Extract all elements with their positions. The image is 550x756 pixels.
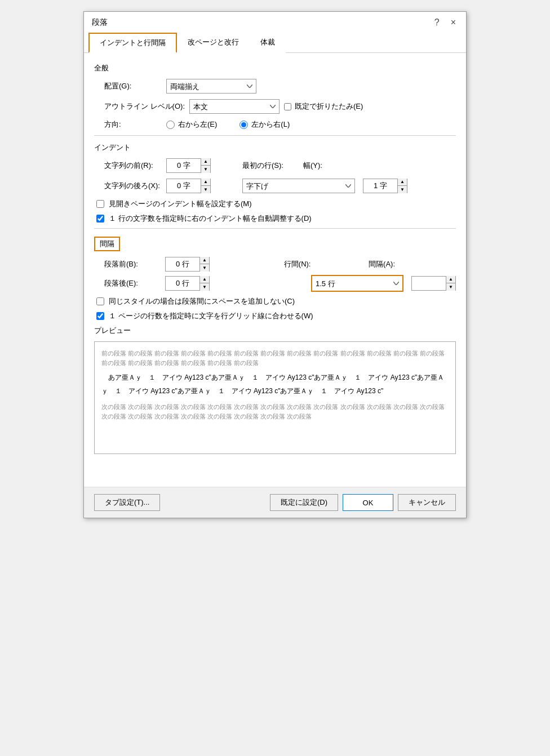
sa2-down[interactable]: ▼: [200, 283, 209, 291]
indent-before-down[interactable]: ▼: [201, 166, 210, 173]
direction-rtl-radio[interactable]: [166, 121, 175, 129]
indent-before-spinner: ▲ ▼: [166, 158, 211, 173]
mirror-indent-checkbox[interactable]: [96, 200, 104, 208]
sa2-up[interactable]: ▲: [200, 276, 209, 283]
tab-typography[interactable]: 体裁: [250, 33, 286, 53]
tab-settings-button[interactable]: タブ設定(T)...: [94, 494, 160, 511]
sb2-down[interactable]: ▼: [200, 264, 209, 272]
spacing-after-input2[interactable]: [166, 277, 199, 290]
int2-up[interactable]: ▲: [446, 276, 455, 283]
indent-section-title: インデント: [94, 143, 456, 153]
spacing-after-spinner2: ▲ ▼: [165, 276, 210, 291]
help-button[interactable]: ?: [431, 16, 443, 29]
footer-right: 既定に設定(D) OK キャンセル: [270, 494, 456, 511]
outline-level-select[interactable]: 本文 レベル1 レベル2: [189, 99, 280, 114]
line-spacing-lbl: 行間(N):: [260, 259, 311, 269]
snap-to-grid-label: １ ページの行数を指定時に文字を行グリッド線に合わせる(W): [109, 311, 313, 321]
int2-down[interactable]: ▼: [446, 283, 455, 291]
auto-adjust-label: １ 行の文字数を指定時に右のインデント幅を自動調整する(D): [109, 214, 312, 224]
interval-lbl: 間隔(A):: [361, 259, 395, 269]
width-spinner-buttons: ▲ ▼: [397, 179, 407, 193]
no-space-same-style-row: 同じスタイルの場合は段落間にスペースを追加しない(C): [94, 296, 456, 306]
dialog-title: 段落: [92, 17, 108, 28]
divider-2: [94, 228, 456, 229]
preview-area: 前の段落 前の段落 前の段落 前の段落 前の段落 前の段落 前の段落 前の段落 …: [94, 341, 456, 454]
spacing-after-label2: 段落後(E):: [104, 278, 161, 288]
line-spacing-select-wrapper2: 1行 1.5 行 2行 最小値 固定値 倍数: [311, 275, 403, 292]
no-space-same-style-label: 同じスタイルの場合は段落間にスペースを追加しない(C): [109, 296, 295, 306]
close-button[interactable]: ×: [447, 16, 459, 29]
sb2-btns: ▲ ▼: [199, 257, 209, 272]
tab-bar: インデントと行間隔 改ページと改行 体裁: [84, 32, 466, 53]
indent-after-spinner-buttons: ▲ ▼: [201, 179, 210, 193]
first-line-label: 最初の行(S):: [242, 161, 299, 171]
title-bar-buttons: ? ×: [431, 16, 459, 29]
direction-ltr-radio[interactable]: [239, 121, 248, 129]
width-label-placeholder: 幅(Y):: [303, 161, 337, 171]
direction-rtl-label: 右から左(E): [178, 119, 217, 130]
alignment-select[interactable]: 両端揃え 左揃え 中央揃え 右揃え: [166, 79, 256, 94]
divider-1: [94, 135, 456, 136]
spacing-row1: 段落前(B): ▲ ▼ 行間(N): 間隔(A):: [94, 257, 456, 272]
direction-rtl-option[interactable]: 右から左(E): [166, 119, 217, 130]
collapsed-checkbox-row: 既定で折りたたみ(E): [284, 101, 363, 112]
no-space-same-style-checkbox[interactable]: [96, 297, 104, 305]
direction-row: 方向: 右から左(E) 左から右(L): [94, 119, 456, 130]
snap-to-grid-row: １ ページの行数を指定時に文字を行グリッド線に合わせる(W): [94, 311, 456, 321]
footer-left: タブ設定(T)...: [94, 494, 160, 511]
tab-indent-spacing[interactable]: インデントと行間隔: [88, 33, 177, 53]
paragraph-dialog: 段落 ? × インデントと行間隔 改ページと改行 体裁 全般 配置(G): 両端…: [83, 11, 467, 518]
line-spacing-select2[interactable]: 1行 1.5 行 2行 最小値 固定値 倍数: [312, 276, 402, 291]
direction-ltr-label: 左から右(L): [251, 119, 290, 130]
width-input[interactable]: [363, 179, 397, 193]
sb2-up[interactable]: ▲: [200, 257, 209, 264]
auto-adjust-row: １ 行の文字数を指定時に右のインデント幅を自動調整する(D): [94, 214, 456, 224]
dialog-footer: タブ設定(T)... 既定に設定(D) OK キャンセル: [84, 487, 466, 518]
indent-after-spinner: ▲ ▼: [166, 179, 211, 193]
indent-before-input[interactable]: [167, 159, 201, 172]
interval-input2[interactable]: [412, 277, 446, 290]
indent-before-label: 文字列の前(R):: [94, 161, 162, 171]
spacing-before-spinner2: ▲ ▼: [165, 257, 210, 272]
outline-level-label: アウトライン レベル(O):: [94, 101, 185, 112]
collapsed-checkbox[interactable]: [284, 103, 291, 110]
preview-section-title: プレビュー: [94, 326, 456, 336]
default-button[interactable]: 既定に設定(D): [270, 494, 338, 511]
direction-label: 方向:: [94, 119, 162, 130]
spacing-before-label2: 段落前(B):: [104, 259, 161, 269]
direction-ltr-option[interactable]: 左から右(L): [239, 119, 290, 130]
alignment-label: 配置(G):: [94, 81, 162, 91]
spacing-before-input2[interactable]: [166, 257, 199, 271]
indent-after-down[interactable]: ▼: [201, 186, 210, 193]
width-down[interactable]: ▼: [398, 186, 407, 193]
tab-page-break[interactable]: 改ページと改行: [177, 33, 250, 53]
spacing-section-title: 間隔: [94, 237, 120, 251]
direction-radio-group: 右から左(E) 左から右(L): [166, 119, 290, 130]
indent-after-row: 文字列の後ろ(X): ▲ ▼ (なし) 字下げ ぶら下げ ▲ ▼: [94, 179, 456, 193]
snap-to-grid-checkbox[interactable]: [96, 312, 104, 320]
mirror-indent-row: 見開きページのインデント幅を設定する(M): [94, 199, 456, 209]
int2-btns: ▲ ▼: [446, 276, 455, 291]
indent-after-label: 文字列の後ろ(X):: [94, 181, 162, 191]
auto-adjust-checkbox[interactable]: [96, 215, 104, 223]
ok-button[interactable]: OK: [343, 494, 393, 511]
mirror-indent-label: 見開きページのインデント幅を設定する(M): [109, 199, 252, 209]
spacing-row2: 段落後(E): ▲ ▼ 1行 1.5 行 2行 最小値 固定値 倍数 ▲ ▼: [94, 275, 456, 292]
indent-before-spinner-buttons: ▲ ▼: [201, 158, 210, 173]
first-line-select[interactable]: (なし) 字下げ ぶら下げ: [242, 179, 355, 193]
outline-level-row: アウトライン レベル(O): 本文 レベル1 レベル2 既定で折りたたみ(E): [94, 99, 456, 114]
title-bar: 段落 ? ×: [84, 12, 466, 32]
collapsed-label: 既定で折りたたみ(E): [295, 101, 363, 112]
cancel-button[interactable]: キャンセル: [398, 494, 456, 511]
width-up[interactable]: ▲: [398, 179, 407, 186]
interval-spinner2: ▲ ▼: [411, 276, 456, 291]
preview-main-text: あア亜Ａｙ １ アイウ Ay123 c"あア亜Ａｙ １ アイウ Ay123 c"…: [101, 371, 449, 398]
indent-after-input[interactable]: [167, 179, 201, 193]
width-spinner: ▲ ▼: [363, 179, 407, 193]
preview-prev-text: 前の段落 前の段落 前の段落 前の段落 前の段落 前の段落 前の段落 前の段落 …: [101, 349, 449, 367]
indent-after-up[interactable]: ▲: [201, 179, 210, 186]
indent-before-up[interactable]: ▲: [201, 158, 210, 166]
general-section-title: 全般: [94, 63, 456, 73]
dialog-content: 全般 配置(G): 両端揃え 左揃え 中央揃え 右揃え アウトライン レベル(O…: [84, 53, 466, 487]
preview-next-text: 次の段落 次の段落 次の段落 次の段落 次の段落 次の段落 次の段落 次の段落 …: [101, 402, 449, 421]
